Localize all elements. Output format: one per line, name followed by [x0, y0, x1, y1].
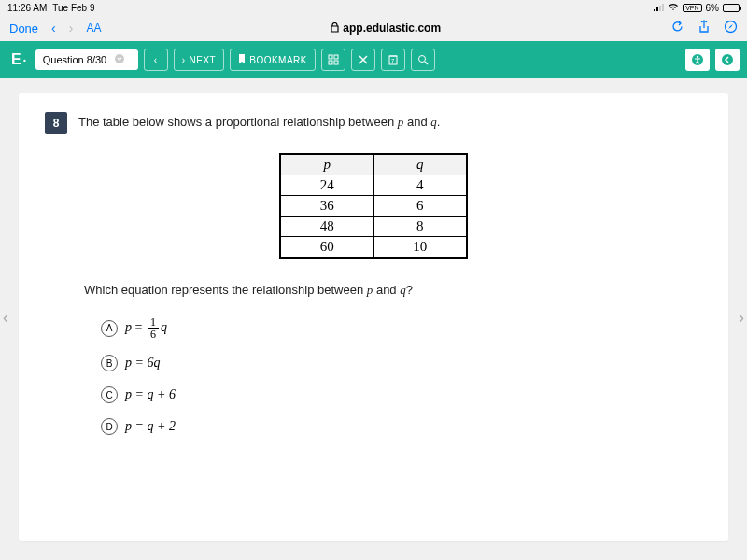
status-time: 11:26 AM [7, 3, 47, 13]
lock-icon [331, 22, 339, 35]
grid-view-button[interactable] [321, 49, 345, 71]
option-a[interactable]: A p = 16q [101, 316, 702, 340]
table-row: 48 8 [280, 217, 467, 237]
table-row: 36 6 [280, 196, 467, 217]
svg-point-10 [697, 56, 698, 58]
prev-question-button[interactable]: ‹ [144, 49, 168, 71]
done-button[interactable]: Done [9, 21, 38, 35]
option-letter: A [101, 320, 118, 337]
back-button[interactable]: ‹ [51, 21, 56, 35]
battery-percent: 6% [706, 3, 719, 13]
svg-point-8 [419, 56, 426, 63]
question-selector[interactable]: Question 8/30 [35, 49, 138, 70]
return-button[interactable] [715, 49, 740, 71]
device-status-bar: 11:26 AM Tue Feb 9 VPN 6% [0, 0, 747, 15]
table-header-p: p [280, 154, 374, 175]
notes-button[interactable]: 7 [381, 49, 405, 71]
text-size-button[interactable]: AA [86, 21, 101, 35]
question-counter: Question 8/30 [43, 54, 107, 65]
svg-point-11 [722, 54, 733, 65]
bookmark-icon [238, 54, 246, 65]
svg-rect-5 [334, 61, 338, 64]
next-question-button[interactable]: › NEXT [174, 49, 225, 71]
option-letter: B [101, 355, 118, 371]
option-letter: C [101, 386, 118, 403]
accessibility-button[interactable] [685, 49, 710, 71]
option-d[interactable]: D p = q + 2 [101, 418, 702, 435]
svg-text:7: 7 [391, 58, 395, 63]
svg-rect-2 [329, 55, 332, 59]
svg-rect-4 [329, 61, 332, 64]
option-letter: D [101, 418, 118, 435]
compass-icon[interactable] [724, 20, 738, 36]
answer-options: A p = 16q B p = 6q C p = q + 6 D p = q +… [101, 316, 702, 435]
wifi-icon [668, 3, 679, 13]
vpn-badge: VPN [683, 4, 701, 12]
share-button[interactable] [698, 20, 711, 37]
option-b[interactable]: B p = 6q [101, 355, 702, 371]
battery-icon [723, 4, 740, 12]
table-row: 60 10 [280, 237, 467, 259]
address-bar[interactable]: app.edulastic.com [114, 21, 657, 35]
app-logo: E • [7, 51, 30, 68]
bookmark-button[interactable]: BOOKMARK [230, 49, 316, 71]
page-next-arrow[interactable]: › [739, 308, 744, 328]
option-c[interactable]: C p = q + 6 [101, 386, 702, 403]
chevron-right-icon: › [182, 55, 186, 65]
page-prev-arrow[interactable]: ‹ [3, 308, 8, 328]
question-number-badge: 8 [45, 112, 67, 134]
question-prompt: The table below shows a proportional rel… [78, 112, 440, 130]
dropdown-icon [114, 53, 125, 66]
svg-point-1 [115, 54, 124, 63]
app-toolbar: E • Question 8/30 ‹ › NEXT BOOKMARK 7 [0, 41, 747, 78]
table-row: 24 4 [280, 175, 467, 196]
reload-button[interactable] [670, 20, 684, 36]
sub-question: Which equation represents the relationsh… [84, 283, 702, 298]
url-text: app.edulastic.com [343, 21, 441, 35]
zoom-button[interactable] [411, 49, 435, 71]
close-tool-button[interactable] [351, 49, 375, 71]
status-date: Tue Feb 9 [52, 3, 94, 13]
cell-signal-icon [654, 4, 664, 11]
svg-rect-3 [334, 55, 338, 59]
question-card: 8 The table below shows a proportional r… [19, 93, 728, 541]
data-table: p q 24 4 36 6 48 8 60 10 [279, 153, 468, 259]
browser-toolbar: Done ‹ › AA app.edulastic.com [0, 15, 747, 41]
table-header-q: q [374, 154, 467, 175]
forward-button: › [69, 21, 74, 35]
